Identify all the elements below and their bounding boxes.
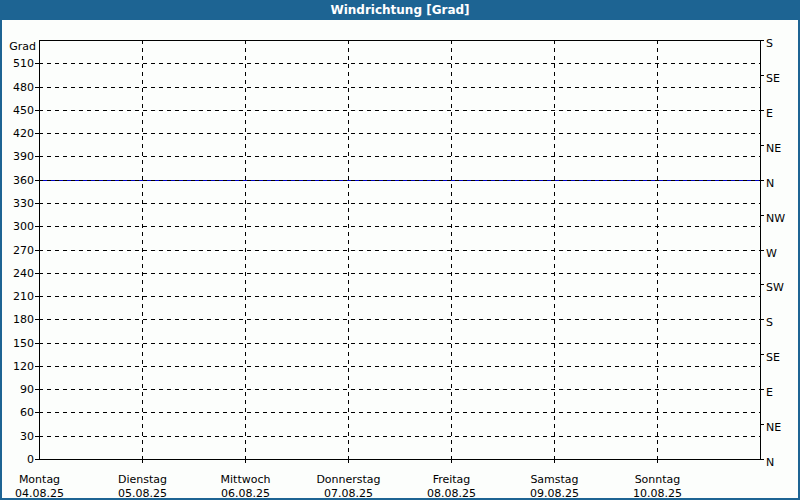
date-label: 04.08.25 xyxy=(15,487,64,500)
left-axis-label: 390 xyxy=(13,150,34,163)
left-axis-label: 90 xyxy=(20,383,34,396)
compass-label: NE xyxy=(766,421,781,434)
date-label: 06.08.25 xyxy=(221,487,270,500)
left-axis-label: 480 xyxy=(13,81,34,94)
left-axis-label: 150 xyxy=(13,337,34,350)
chart-title: Windrichtung [Grad] xyxy=(330,3,469,17)
left-axis-title: Grad xyxy=(9,40,36,53)
compass-label: N xyxy=(766,177,774,190)
left-axis-label: 360 xyxy=(13,174,34,187)
left-axis-label: 180 xyxy=(13,313,34,326)
compass-label: E xyxy=(766,386,773,399)
date-label: 10.08.25 xyxy=(633,487,682,500)
left-axis-label: 450 xyxy=(13,104,34,117)
left-axis-label: 30 xyxy=(20,430,34,443)
compass-label: SE xyxy=(766,351,780,364)
left-axis-label: 270 xyxy=(13,244,34,257)
compass-label: S xyxy=(766,37,773,50)
day-label: Samstag xyxy=(530,473,578,486)
day-label: Montag xyxy=(19,473,60,486)
compass-label: SE xyxy=(766,72,780,85)
left-axis-label: 330 xyxy=(13,197,34,210)
left-axis-label: 510 xyxy=(13,57,34,70)
compass-label: W xyxy=(766,247,777,260)
left-axis-label: 210 xyxy=(13,290,34,303)
day-label: Sonntag xyxy=(635,473,681,486)
compass-label: NE xyxy=(766,142,781,155)
day-label: Mittwoch xyxy=(221,473,271,486)
title-bar: Windrichtung [Grad] xyxy=(0,0,800,20)
left-axis-label: 420 xyxy=(13,127,34,140)
left-axis-label: 120 xyxy=(13,360,34,373)
left-axis-label: 300 xyxy=(13,220,34,233)
day-label: Freitag xyxy=(433,473,471,486)
date-label: 07.08.25 xyxy=(324,487,373,500)
day-label: Dienstag xyxy=(118,473,167,486)
left-axis-label: 240 xyxy=(13,267,34,280)
date-label: 08.08.25 xyxy=(427,487,476,500)
date-label: 05.08.25 xyxy=(118,487,167,500)
day-label: Donnerstag xyxy=(316,473,380,486)
date-label: 09.08.25 xyxy=(530,487,579,500)
compass-label: N xyxy=(766,456,774,469)
chart-window: Windrichtung [Grad] 03060901201501802102… xyxy=(0,0,800,500)
compass-label: NW xyxy=(766,212,785,225)
compass-label: E xyxy=(766,107,773,120)
left-axis-label: 60 xyxy=(20,406,34,419)
compass-label: SW xyxy=(766,281,784,294)
left-axis-label: 0 xyxy=(27,453,34,466)
wind-direction-chart: 0306090120150180210240270300330360390420… xyxy=(0,0,800,500)
compass-label: S xyxy=(766,316,773,329)
